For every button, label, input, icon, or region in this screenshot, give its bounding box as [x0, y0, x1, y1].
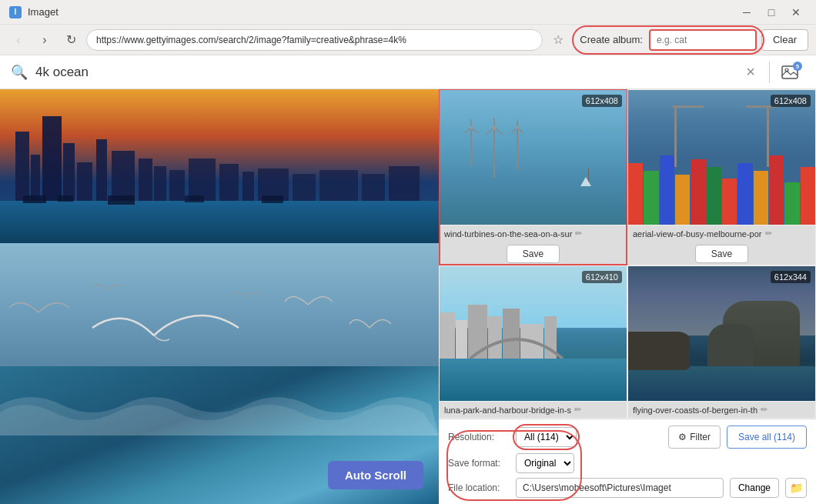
dimension-badge: 612x410 — [582, 271, 622, 283]
left-image-bottom: Auto Scroll — [0, 243, 439, 504]
filter-icon: ⚙ — [678, 432, 687, 442]
filter-button[interactable]: ⚙ Filter — [668, 426, 721, 449]
refresh-button[interactable]: ↻ — [60, 29, 82, 51]
album-label: Create album: — [580, 34, 643, 45]
bookmark-icon[interactable]: ☆ — [547, 29, 569, 51]
grid-image-harbour — [440, 266, 627, 401]
turbine-blade-icon — [484, 118, 504, 138]
grid-image-coasts — [628, 266, 815, 401]
svg-point-11 — [493, 125, 497, 129]
grid-item[interactable]: 612x408 wind-turbines-on-the-sea-on-a-su… — [439, 89, 627, 265]
save-row: Save — [440, 242, 627, 265]
app-icon: I — [9, 6, 22, 18]
edit-filename-icon[interactable]: ✏ — [761, 405, 768, 415]
right-panel: 612x408 wind-turbines-on-the-sea-on-a-su… — [439, 89, 816, 504]
main-content: Auto Scroll — [0, 89, 816, 504]
turbine-blade-icon — [510, 120, 525, 135]
dimension-badge: 612x344 — [771, 271, 811, 283]
image-filename-label: luna-park-and-harbour-bridge-in-s ✏ — [440, 401, 627, 418]
svg-text:5: 5 — [796, 64, 799, 69]
search-input[interactable] — [35, 65, 732, 80]
save-row: Save — [628, 242, 815, 265]
edit-filename-icon[interactable]: ✏ — [765, 229, 772, 239]
album-input[interactable] — [649, 29, 757, 51]
maximize-button[interactable]: □ — [761, 5, 782, 20]
bottom-controls: Resolution: All (114) ⚙ Filter Save all … — [439, 419, 816, 504]
window-controls: ─ □ ✕ — [736, 5, 807, 20]
image-grid: 612x408 wind-turbines-on-the-sea-on-a-su… — [439, 89, 816, 419]
minimize-button[interactable]: ─ — [736, 5, 757, 20]
folder-icon-button[interactable]: 📁 — [785, 478, 807, 498]
image-filename-label: aerial-view-of-busy-melbourne-por ✏ — [628, 225, 815, 242]
search-divider — [769, 62, 770, 83]
edit-filename-icon[interactable]: ✏ — [574, 405, 581, 415]
grid-item[interactable]: 612x408 aerial-view-of-busy-melbourne-po… — [627, 89, 816, 265]
save-format-select[interactable]: Original — [516, 453, 574, 473]
save-all-button[interactable]: Save all (114) — [727, 426, 807, 449]
file-location-row: File location: Change 📁 — [448, 478, 807, 498]
change-location-button[interactable]: Change — [730, 478, 779, 498]
search-clear-button[interactable]: × — [740, 62, 761, 83]
left-image-top — [0, 89, 439, 243]
grid-image-containers — [628, 90, 815, 225]
create-album-area: Create album: — [580, 29, 757, 51]
left-scroll-area[interactable]: Auto Scroll — [0, 89, 439, 504]
saved-images-icon: 5 — [779, 60, 804, 85]
grid-item[interactable]: 612x410 luna-park-and-harbour-bridge-in-… — [439, 265, 627, 419]
image-filename-label: flying-over-coasts-of-bergen-in-th ✏ — [628, 401, 815, 418]
dimension-badge: 612x408 — [771, 95, 811, 107]
saved-images-button[interactable]: 5 — [778, 58, 805, 86]
forward-button[interactable]: › — [34, 29, 55, 51]
grid-image-wind-turbines — [440, 90, 627, 225]
clear-button[interactable]: Clear — [761, 29, 808, 51]
searchbar: 🔍 × 5 — [0, 55, 816, 89]
save-image-button[interactable]: Save — [507, 245, 560, 263]
search-icon: 🔍 — [11, 64, 28, 81]
titlebar: I Imaget ─ □ ✕ — [0, 0, 816, 25]
grid-item[interactable]: 612x344 flying-over-coasts-of-bergen-in-… — [627, 265, 816, 419]
save-format-label: Save format: — [448, 458, 510, 469]
navbar: ‹ › ↻ ☆ Create album: Clear — [0, 25, 816, 55]
image-filename-label: wind-turbines-on-the-sea-on-a-sur ✏ — [440, 225, 627, 242]
file-location-input[interactable] — [516, 478, 724, 498]
folder-icon: 📁 — [790, 482, 803, 494]
resolution-row: Resolution: All (114) ⚙ Filter Save all … — [448, 426, 807, 449]
save-image-button[interactable]: Save — [695, 245, 748, 263]
svg-point-7 — [470, 126, 473, 129]
auto-scroll-button[interactable]: Auto Scroll — [328, 461, 423, 489]
resolution-select[interactable]: All (114) — [516, 427, 577, 447]
turbine-blade-icon — [463, 119, 480, 136]
left-panel: Auto Scroll — [0, 89, 439, 504]
dimension-badge: 612x408 — [582, 95, 622, 107]
url-bar[interactable] — [86, 29, 543, 51]
resolution-label: Resolution: — [448, 432, 510, 442]
save-format-row: Save format: Original — [448, 453, 807, 473]
back-button[interactable]: ‹ — [8, 29, 29, 51]
bridge-arch-svg — [463, 316, 570, 362]
close-button[interactable]: ✕ — [785, 5, 807, 20]
file-location-label: File location: — [448, 482, 510, 493]
svg-point-15 — [516, 126, 519, 129]
edit-filename-icon[interactable]: ✏ — [575, 229, 582, 239]
app-title: Imaget — [28, 6, 730, 18]
wave-svg — [0, 374, 439, 436]
